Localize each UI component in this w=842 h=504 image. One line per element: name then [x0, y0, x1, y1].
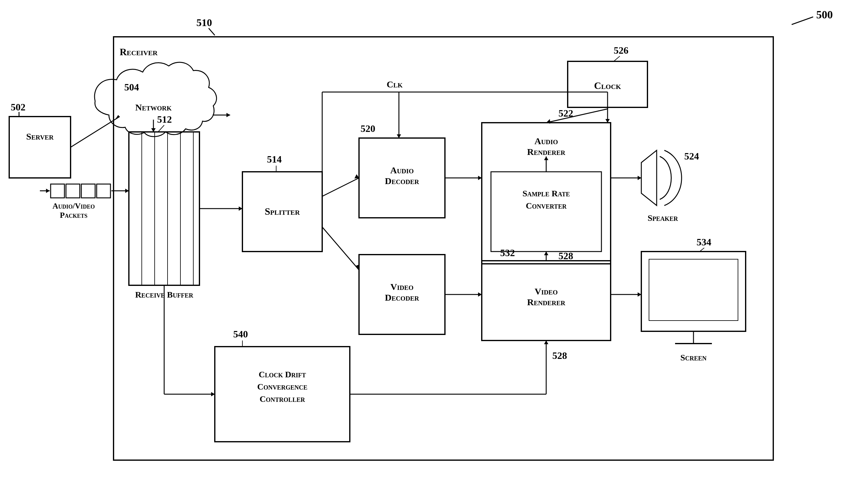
svg-marker-50	[638, 176, 641, 180]
svg-line-7	[71, 116, 120, 147]
audio-decoder-label1: Audio	[390, 165, 414, 175]
svg-line-43	[546, 109, 608, 123]
server-box	[9, 116, 71, 178]
svg-marker-29	[354, 174, 359, 179]
speaker-icon	[641, 150, 657, 205]
svg-line-34	[614, 56, 620, 61]
ref-502: 502	[11, 102, 25, 112]
clock-drift-label1: Clock Drift	[259, 370, 306, 379]
receive-buffer-box	[129, 132, 199, 285]
clk-label: Clk	[387, 79, 403, 89]
svg-rect-55	[649, 259, 738, 321]
clock-label: Clock	[594, 80, 621, 91]
ref-514: 514	[267, 154, 282, 165]
audio-renderer-label1: Audio	[535, 136, 558, 146]
svg-marker-12	[46, 188, 50, 193]
svg-rect-4	[66, 184, 80, 198]
clock-drift-label2: Convergence	[257, 382, 307, 392]
speaker-label: Speaker	[648, 213, 678, 223]
diagram-svg: 500 Receiver 510 Server 502 Network 504 …	[0, 0, 842, 504]
svg-line-30	[322, 227, 359, 270]
ref-504: 504	[124, 82, 139, 93]
svg-rect-6	[97, 184, 110, 198]
packets-label2: Packets	[60, 211, 87, 220]
svg-rect-3	[51, 184, 65, 198]
video-decoder-label1: Video	[390, 282, 413, 292]
figure-number: 500	[816, 8, 833, 21]
src-box	[491, 172, 602, 252]
video-renderer-label2: Renderer	[527, 297, 566, 307]
svg-line-20	[158, 125, 164, 132]
ref-526: 526	[614, 45, 628, 56]
receiver-box	[113, 37, 773, 460]
receiver-label: Receiver	[120, 46, 158, 57]
video-decoder-label2: Decoder	[385, 292, 419, 303]
svg-line-28	[322, 178, 359, 196]
svg-marker-46	[544, 157, 548, 160]
svg-rect-5	[81, 184, 95, 198]
ref-532: 532	[500, 247, 515, 258]
packets-label: Audio/Video	[52, 201, 95, 211]
svg-marker-48	[544, 252, 548, 255]
ref-540: 540	[233, 328, 248, 340]
video-renderer-label1: Video	[535, 286, 558, 296]
clock-drift-label3: Controller	[259, 394, 305, 404]
ref-510: 510	[196, 17, 212, 28]
ref-528b: 528	[552, 350, 567, 361]
server-label: Server	[26, 131, 54, 141]
network-label: Network	[135, 102, 172, 112]
screen-label: Screen	[680, 353, 707, 362]
src-label1: Sample Rate	[523, 188, 570, 198]
svg-line-0	[792, 17, 813, 24]
ref-534: 534	[697, 236, 711, 248]
audio-decoder-label2: Decoder	[385, 176, 419, 186]
audio-renderer-label2: Renderer	[527, 147, 566, 157]
ref-528: 528	[558, 250, 573, 262]
svg-marker-10	[227, 113, 230, 117]
screen-box	[641, 252, 746, 331]
src-label2: Converter	[526, 201, 567, 211]
diagram: 500 Receiver 510 Server 502 Network 504 …	[0, 0, 842, 504]
network-cloud	[94, 62, 217, 137]
ref-524: 524	[684, 150, 699, 162]
ref-512: 512	[157, 114, 172, 125]
svg-line-1	[209, 28, 215, 35]
splitter-label: Splitter	[265, 206, 300, 217]
ref-520: 520	[361, 123, 375, 134]
